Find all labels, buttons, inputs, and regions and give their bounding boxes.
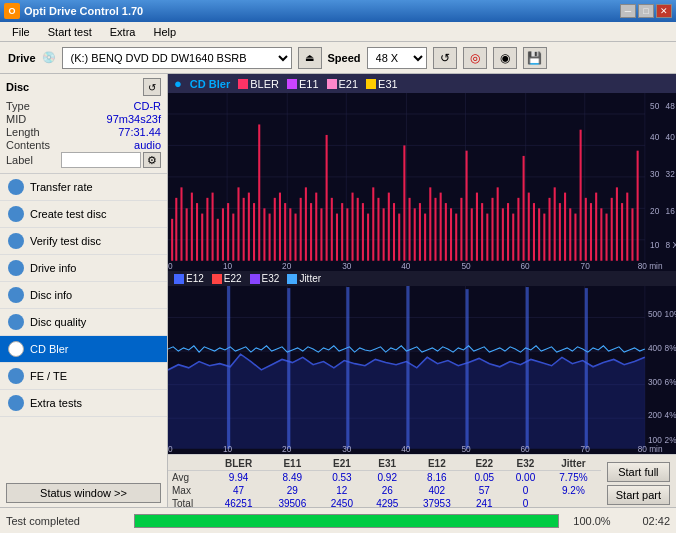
svg-text:70: 70	[581, 261, 591, 271]
svg-rect-83	[528, 193, 530, 261]
nav-disc-info[interactable]: Disc info	[0, 282, 167, 309]
row-max-e31: 26	[365, 484, 410, 497]
svg-rect-62	[419, 203, 421, 261]
progress-percent: 100.0%	[567, 515, 617, 527]
chart2-container: 500 400 300 200 100 10% 8% 6% 4% 2% 0 10…	[168, 286, 676, 454]
svg-rect-69	[455, 214, 457, 261]
svg-text:40: 40	[650, 132, 660, 142]
svg-text:300: 300	[648, 377, 662, 387]
svg-rect-74	[481, 203, 483, 261]
svg-rect-40	[305, 187, 307, 260]
svg-rect-42	[315, 193, 317, 261]
nav-drive-info[interactable]: Drive info	[0, 255, 167, 282]
svg-text:20: 20	[282, 444, 292, 454]
save-button[interactable]: 💾	[523, 47, 547, 69]
legend2-jitter: Jitter	[287, 273, 321, 284]
legend-e21: E21	[327, 78, 359, 90]
row-avg-jitter: 7.75%	[546, 471, 601, 485]
status-text: Test completed	[6, 515, 126, 527]
legend-e21-label: E21	[339, 78, 359, 90]
status-window-button[interactable]: Status window >>	[6, 483, 161, 503]
chart-title: CD Bler	[190, 78, 230, 90]
svg-text:500: 500	[648, 310, 662, 320]
svg-rect-52	[367, 214, 369, 261]
svg-rect-63	[424, 214, 426, 261]
svg-text:10: 10	[223, 444, 233, 454]
nav-verify-test-disc[interactable]: Verify test disc	[0, 228, 167, 255]
svg-text:60: 60	[520, 261, 530, 271]
svg-rect-92	[574, 214, 576, 261]
svg-rect-14	[171, 219, 173, 261]
nav-label-bler: CD Bler	[30, 343, 69, 355]
svg-rect-141	[466, 289, 469, 448]
chart1-container: 50 40 30 20 10 48 X 40 X 32 X 16 X 8 X 0…	[168, 93, 676, 271]
svg-rect-73	[476, 193, 478, 261]
disc-copy-button[interactable]: ◉	[493, 47, 517, 69]
svg-rect-76	[491, 198, 493, 261]
status-time: 02:42	[625, 515, 670, 527]
col-header-e12: E12	[410, 457, 464, 471]
row-avg-label: Avg	[168, 471, 212, 485]
nav-icon-quality	[8, 314, 24, 330]
svg-rect-99	[611, 198, 613, 261]
svg-text:48 X: 48 X	[666, 101, 676, 111]
close-button[interactable]: ✕	[656, 4, 672, 18]
disc-refresh-button[interactable]: ↺	[143, 78, 161, 96]
maximize-button[interactable]: □	[638, 4, 654, 18]
nav-disc-quality[interactable]: Disc quality	[0, 309, 167, 336]
row-max-e11: 29	[265, 484, 319, 497]
svg-text:10: 10	[223, 261, 233, 271]
svg-rect-61	[414, 208, 416, 260]
menu-help[interactable]: Help	[145, 24, 184, 40]
disc-mid-value: 97m34s23f	[107, 113, 161, 125]
content-area: ● CD Bler BLER E11 E21 E31	[168, 74, 676, 507]
sidebar: Disc ↺ Type CD-R MID 97m34s23f Length 77…	[0, 74, 168, 507]
nav-cd-bler[interactable]: CD Bler	[0, 336, 167, 363]
disc-label-input[interactable]	[61, 152, 141, 168]
row-max-e12: 402	[410, 484, 464, 497]
eject-button[interactable]: ⏏	[298, 47, 322, 69]
progress-bar-container	[134, 514, 559, 528]
svg-rect-57	[393, 203, 395, 261]
svg-rect-71	[466, 151, 468, 261]
nav-icon-verify	[8, 233, 24, 249]
refresh-drive-button[interactable]: ↺	[433, 47, 457, 69]
svg-text:4%: 4%	[665, 410, 676, 420]
row-total-label: Total	[168, 497, 212, 507]
speed-select[interactable]: 48 X	[367, 47, 427, 69]
svg-rect-95	[590, 203, 592, 261]
svg-text:16 X: 16 X	[666, 206, 676, 216]
stats-table: BLER E11 E21 E31 E12 E22 E32 Jitter Avg	[168, 457, 601, 507]
svg-text:50: 50	[461, 261, 471, 271]
disc-label-icon[interactable]: ⚙	[143, 152, 161, 168]
nav-fe-te[interactable]: FE / TE	[0, 363, 167, 390]
menu-file[interactable]: File	[4, 24, 38, 40]
row-avg-e12: 8.16	[410, 471, 464, 485]
erase-button[interactable]: ◎	[463, 47, 487, 69]
start-part-button[interactable]: Start part	[607, 485, 670, 505]
svg-rect-86	[543, 214, 545, 261]
nav-icon-fete	[8, 368, 24, 384]
svg-rect-35	[279, 193, 281, 261]
svg-text:80 min: 80 min	[638, 261, 663, 271]
svg-rect-34	[274, 198, 276, 261]
row-total-e11: 39506	[265, 497, 319, 507]
svg-text:2%: 2%	[665, 436, 676, 446]
nav-transfer-rate[interactable]: Transfer rate	[0, 174, 167, 201]
svg-rect-60	[409, 198, 411, 261]
nav-extra-tests[interactable]: Extra tests	[0, 390, 167, 417]
row-avg-e11: 8.49	[265, 471, 319, 485]
svg-text:40: 40	[401, 444, 411, 454]
svg-rect-16	[180, 187, 182, 260]
minimize-button[interactable]: ─	[620, 4, 636, 18]
svg-text:0: 0	[168, 261, 173, 271]
drive-select[interactable]: (K:) BENQ DVD DD DW1640 BSRB	[62, 47, 292, 69]
col-header-jitter: Jitter	[546, 457, 601, 471]
svg-rect-70	[460, 198, 462, 261]
nav-create-test-disc[interactable]: Create test disc	[0, 201, 167, 228]
start-full-button[interactable]: Start full	[607, 462, 670, 482]
menu-extra[interactable]: Extra	[102, 24, 144, 40]
menu-start-test[interactable]: Start test	[40, 24, 100, 40]
drive-bar: Drive 💿 (K:) BENQ DVD DD DW1640 BSRB ⏏ S…	[0, 42, 676, 74]
svg-rect-26	[232, 214, 234, 261]
